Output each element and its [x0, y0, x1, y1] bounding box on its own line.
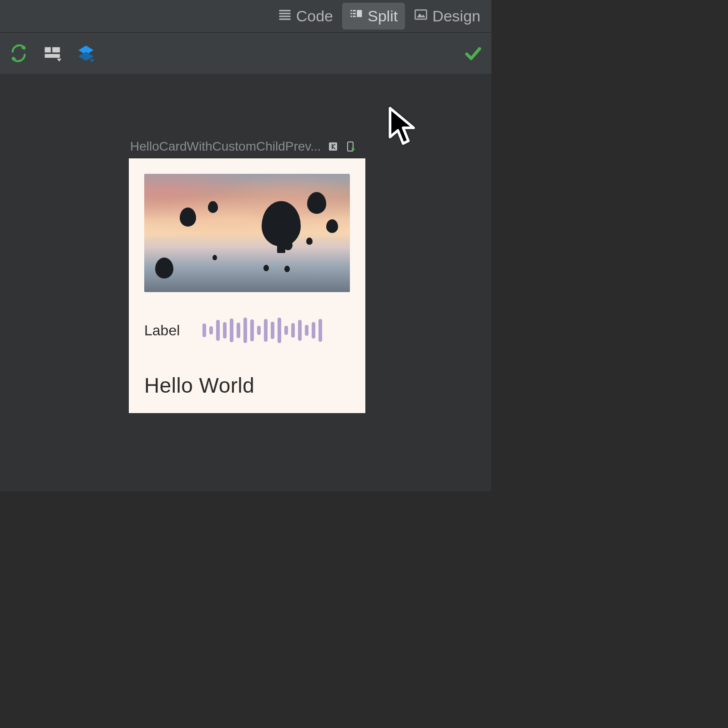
svg-marker-18: [57, 59, 61, 62]
svg-marker-12: [417, 14, 425, 18]
svg-rect-8: [353, 13, 356, 14]
preview-title-row: HelloCardWithCustomChildPrev...: [130, 139, 367, 154]
split-icon: [349, 7, 363, 25]
tab-code[interactable]: Code: [271, 3, 340, 30]
svg-rect-6: [351, 16, 352, 17]
waveform-icon: [202, 316, 350, 345]
card-image: [144, 174, 350, 292]
card-title: Hello World: [144, 373, 350, 398]
layers-button[interactable]: [76, 43, 96, 64]
layout-button[interactable]: [42, 43, 63, 64]
tab-split-label: Split: [368, 7, 398, 25]
tab-code-label: Code: [296, 7, 333, 25]
tab-design[interactable]: Design: [407, 3, 488, 30]
tab-split[interactable]: Split: [342, 3, 405, 30]
svg-rect-16: [52, 47, 60, 53]
status-ok-icon: [462, 43, 483, 64]
svg-marker-21: [90, 59, 94, 62]
refresh-button[interactable]: [8, 43, 29, 64]
svg-rect-7: [353, 10, 356, 11]
svg-rect-15: [45, 47, 51, 53]
card-label: Label: [144, 322, 180, 339]
svg-rect-10: [357, 10, 362, 17]
image-icon: [414, 7, 428, 25]
preview-toolbar: [0, 33, 491, 74]
lines-icon: [278, 7, 292, 25]
interactive-preview-icon[interactable]: [328, 141, 339, 152]
svg-rect-5: [351, 13, 352, 14]
svg-rect-17: [45, 54, 60, 58]
design-canvas[interactable]: HelloCardWithCustomChildPrev... Label He…: [0, 74, 491, 491]
svg-rect-9: [353, 16, 356, 17]
preview-title: HelloCardWithCustomChildPrev...: [130, 139, 321, 154]
cursor-icon: [387, 106, 420, 147]
view-mode-tabs: Code Split Design: [0, 0, 491, 33]
svg-rect-22: [329, 142, 337, 151]
device-run-icon[interactable]: [345, 141, 356, 152]
tab-design-label: Design: [432, 7, 480, 25]
preview-card: Label Hello World: [129, 158, 365, 413]
svg-rect-11: [415, 10, 427, 19]
svg-rect-4: [351, 10, 352, 11]
